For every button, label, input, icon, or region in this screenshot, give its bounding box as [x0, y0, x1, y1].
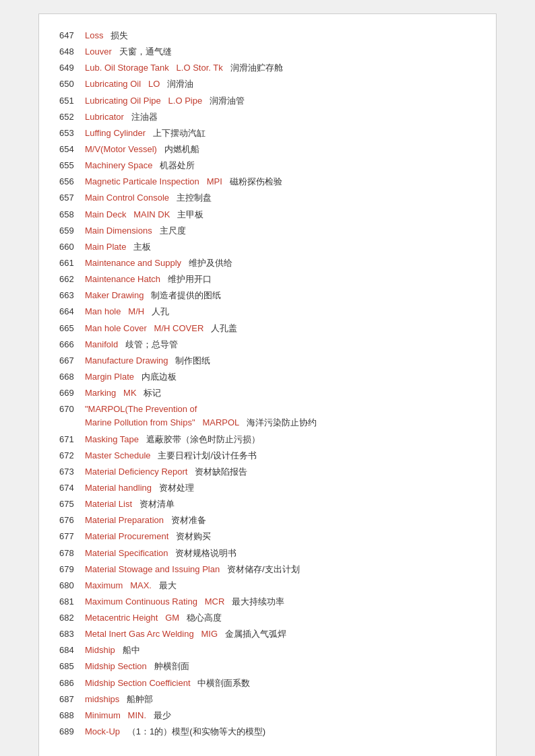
- entry-number: 684: [59, 644, 85, 657]
- entry-number: 681: [59, 595, 85, 609]
- entry-number: 650: [59, 77, 85, 91]
- table-row: 654M/V(Motor Vessel) 内燃机船: [59, 141, 476, 158]
- entry-number: 676: [59, 514, 85, 527]
- entry-number: 674: [59, 481, 85, 495]
- entry-number: 652: [59, 110, 85, 124]
- entry-number: 673: [59, 465, 85, 479]
- entry-number: 685: [59, 660, 85, 673]
- entry-content: M/V(Motor Vessel) 内燃机船: [85, 143, 476, 156]
- entry-content: Main Control Console 主控制盘: [85, 191, 476, 205]
- table-row: 685Midship Section 舯横剖面: [59, 658, 476, 675]
- entry-content: Mock-Up （1：1的）模型(和实物等大的模型): [85, 725, 476, 738]
- entry-content: Main Dimensions 主尺度: [85, 224, 476, 238]
- entry-number: 647: [59, 29, 85, 42]
- entry-content: midships 船舯部: [85, 693, 476, 706]
- entry-content: Marking MK 标记: [85, 386, 476, 400]
- table-row: 661Maintenance and Supply 维护及供给: [59, 255, 476, 271]
- table-row: 650Lubricating Oil LO 润滑油: [59, 76, 476, 92]
- table-row: 667Manufacture Drawing 制作图纸: [59, 353, 476, 369]
- entry-content: Material List 资材清单: [85, 497, 476, 511]
- entry-number: 660: [59, 240, 85, 254]
- entry-number: 653: [59, 127, 85, 140]
- entry-content: Louver 天窗，通气缝: [85, 45, 476, 59]
- table-row: 677Material Procurement 资材购买: [59, 528, 476, 545]
- table-row: 689Mock-Up （1：1的）模型(和实物等大的模型): [59, 724, 476, 740]
- entry-content: Minimum MIN. 最少: [85, 709, 476, 722]
- entry-number: 651: [59, 94, 85, 108]
- entry-content: Main Plate 主板: [85, 240, 476, 254]
- entry-number: 683: [59, 627, 85, 641]
- table-row: 657Main Control Console 主控制盘: [59, 190, 476, 206]
- entry-number: 662: [59, 273, 85, 286]
- table-row: 674Material handling 资材处理: [59, 480, 476, 496]
- table-row: 672Master Schedule 主要日程计划/设计任务书: [59, 448, 476, 464]
- table-row: 663Maker Drawing 制造者提供的图纸: [59, 287, 476, 304]
- entry-number: 658: [59, 208, 85, 221]
- table-row: 660Main Plate 主板: [59, 239, 476, 255]
- table-row: 675Material List 资材清单: [59, 496, 476, 512]
- table-row: 656Magnetic Particale Inspection MPI 磁粉探…: [59, 174, 476, 190]
- entry-content: Maker Drawing 制造者提供的图纸: [85, 289, 476, 302]
- page-container: 647Loss 损失648Louver 天窗，通气缝649Lub. Oil St…: [38, 13, 497, 756]
- table-row: 680Maximum MAX. 最大: [59, 578, 476, 594]
- table-row: 678Material Specification 资材规格说明书: [59, 545, 476, 561]
- entry-content: Margin Plate 内底边板: [85, 370, 476, 384]
- entry-content: Lubricating Oil Pipe L.O Pipe 润滑油管: [85, 94, 476, 108]
- entry-number: 687: [59, 693, 85, 706]
- table-row: 649Lub. Oil Storage Tank L.O Stor. Tk 润滑…: [59, 60, 476, 76]
- entry-number: 671: [59, 433, 85, 446]
- entry-number: 678: [59, 547, 85, 560]
- entry-content: Magnetic Particale Inspection MPI 磁粉探伤检验: [85, 175, 476, 188]
- entry-number: 665: [59, 322, 85, 335]
- table-row: 665Man hole Cover M/H COVER 人孔盖: [59, 320, 476, 337]
- entry-number: 659: [59, 224, 85, 238]
- entry-content: Maximum Continuous Rating MCR 最大持续功率: [85, 595, 476, 609]
- entry-content: Manufacture Drawing 制作图纸: [85, 354, 476, 368]
- table-row: 686Midship Section Coefficient 中横剖面系数: [59, 675, 476, 691]
- entry-content: "MARPOL(The Prevention ofMarine Pollutio…: [85, 403, 476, 429]
- table-row: 648Louver 天窗，通气缝: [59, 44, 476, 60]
- entry-content: Midship Section 舯横剖面: [85, 660, 476, 673]
- table-row: 676Material Preparation 资材准备: [59, 512, 476, 528]
- entry-number: 655: [59, 159, 85, 172]
- table-row: 688Minimum MIN. 最少: [59, 708, 476, 724]
- entry-content: Lub. Oil Storage Tank L.O Stor. Tk 润滑油贮存…: [85, 61, 476, 75]
- entry-content: Loss 损失: [85, 29, 476, 42]
- entry-number: 654: [59, 143, 85, 156]
- table-row: 682Metacentric Height GM 稳心高度: [59, 610, 476, 626]
- entry-number: 688: [59, 709, 85, 722]
- entry-number: 648: [59, 45, 85, 59]
- entry-content: Maintenance and Supply 维护及供给: [85, 256, 476, 270]
- entry-number: 668: [59, 370, 85, 384]
- entry-content: Material Procurement 资材购买: [85, 530, 476, 543]
- entry-number: 666: [59, 338, 85, 351]
- entry-content: Maximum MAX. 最大: [85, 579, 476, 592]
- entry-content: Maintenance Hatch 维护用开口: [85, 273, 476, 286]
- entry-content: Material Deficiency Report 资材缺陷报告: [85, 465, 476, 479]
- table-row: 673Material Deficiency Report 资材缺陷报告: [59, 464, 476, 480]
- table-row: 671Masking Tape 遮蔽胶带（涂色时防止污损）: [59, 432, 476, 448]
- entry-content: Machinery Space 机器处所: [85, 159, 476, 172]
- table-row: 652Lubricator 注油器: [59, 109, 476, 125]
- entry-content: Material handling 资材处理: [85, 481, 476, 495]
- entry-content: Man hole M/H 人孔: [85, 305, 476, 318]
- table-row: 681Maximum Continuous Rating MCR 最大持续功率: [59, 594, 476, 610]
- entry-content: Masking Tape 遮蔽胶带（涂色时防止污损）: [85, 433, 476, 446]
- table-row: 653Luffing Cylinder 上下摆动汽缸: [59, 125, 476, 141]
- table-row: 659Main Dimensions 主尺度: [59, 223, 476, 239]
- entry-content: Material Specification 资材规格说明书: [85, 547, 476, 560]
- table-row: 670"MARPOL(The Prevention ofMarine Pollu…: [59, 401, 476, 431]
- entry-number: 656: [59, 175, 85, 188]
- table-row: 679Material Stowage and Issuing Plan 资材储…: [59, 561, 476, 578]
- table-row: 684Midship 船中: [59, 642, 476, 658]
- entry-number: 677: [59, 530, 85, 543]
- entry-number: 672: [59, 449, 85, 462]
- entry-number: 670: [59, 403, 85, 416]
- table-row: 658Main Deck MAIN DK 主甲板: [59, 207, 476, 223]
- table-row: 651Lubricating Oil Pipe L.O Pipe 润滑油管: [59, 93, 476, 109]
- entry-number: 661: [59, 256, 85, 270]
- entry-content: Material Stowage and Issuing Plan 资材储存/支…: [85, 563, 476, 576]
- table-row: 683Metal Inert Gas Arc Welding MIG 金属插入气…: [59, 626, 476, 642]
- entry-number: 682: [59, 611, 85, 625]
- entry-content: Luffing Cylinder 上下摆动汽缸: [85, 127, 476, 140]
